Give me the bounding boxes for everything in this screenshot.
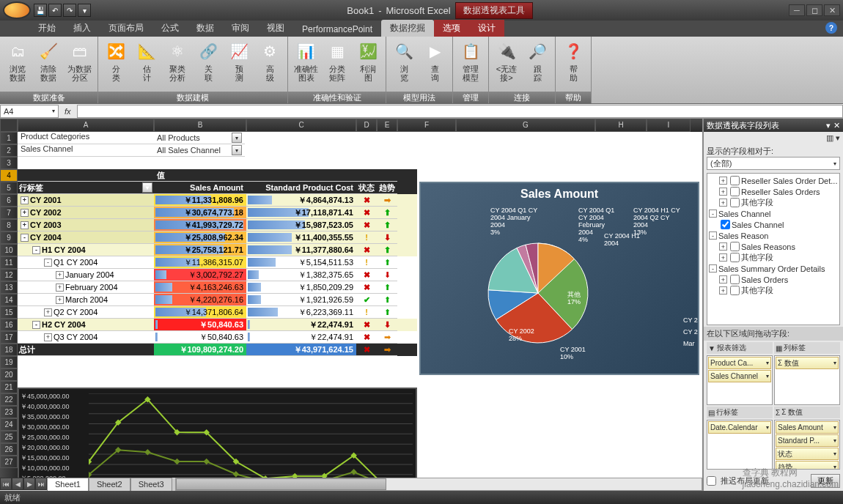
- qat-save[interactable]: 💾: [34, 4, 47, 17]
- field-checkbox[interactable]: [730, 187, 740, 196]
- field-checkbox[interactable]: [730, 275, 740, 284]
- tab-数据[interactable]: 数据: [188, 20, 223, 37]
- row-header-15[interactable]: 15: [0, 306, 18, 319]
- row-header-26[interactable]: 26: [0, 443, 18, 456]
- forecast[interactable]: 📈预 测: [224, 38, 254, 92]
- row-header-9[interactable]: 9: [0, 231, 18, 244]
- tree-expand-icon[interactable]: +: [719, 286, 727, 294]
- qat-redo[interactable]: ↷: [63, 4, 76, 17]
- class-matrix[interactable]: ▦分类 矩阵: [323, 38, 352, 92]
- restore-button[interactable]: ◻: [806, 4, 822, 16]
- accuracy-chart[interactable]: 📊准确性 图表: [291, 38, 321, 92]
- pivot-row[interactable]: +March 2004 ￥4,220,276.16 ￥1,921,926.59 …: [18, 294, 417, 306]
- area-item[interactable]: Standard P...▾: [776, 434, 839, 447]
- select-all-corner[interactable]: [0, 119, 18, 132]
- area-item[interactable]: Product Ca...▾: [708, 357, 771, 369]
- col-header-C[interactable]: C: [246, 119, 356, 132]
- horizontal-scrollbar[interactable]: [175, 478, 702, 491]
- row-labels-dropdown[interactable]: ▾: [142, 182, 152, 193]
- no-connection[interactable]: 🔌<无连 接>: [492, 38, 521, 92]
- col-header-I[interactable]: I: [647, 119, 691, 132]
- line-marker[interactable]: [233, 471, 240, 478]
- area-item[interactable]: 状态▾: [776, 448, 839, 460]
- tree-expand-icon[interactable]: +: [719, 188, 727, 196]
- tab-审阅[interactable]: 审阅: [223, 20, 258, 37]
- office-button[interactable]: [3, 1, 31, 19]
- row-header-2[interactable]: 2: [0, 144, 18, 157]
- sheet-nav-first[interactable]: ⏮: [0, 478, 12, 490]
- pivot-row[interactable]: +CY 2003 ￥41,993,729.72 ￥15,987,523.05 ✖…: [18, 219, 417, 231]
- browse-data[interactable]: 🗂浏览 数据: [3, 38, 32, 92]
- clean-data[interactable]: 🧹清除 数据: [34, 38, 63, 92]
- minimize-button[interactable]: ─: [789, 4, 805, 16]
- area-item[interactable]: Sales Amount▾: [776, 421, 839, 434]
- field-checkbox[interactable]: [730, 242, 740, 251]
- row-header-14[interactable]: 14: [0, 294, 18, 306]
- filter-value[interactable]: All Sales Channel▾: [154, 144, 245, 156]
- close-button[interactable]: ✕: [824, 4, 840, 16]
- field-checkbox[interactable]: [730, 176, 740, 185]
- help-icon[interactable]: ?: [825, 22, 837, 34]
- row-header-12[interactable]: 12: [0, 269, 18, 281]
- line-marker[interactable]: [203, 459, 210, 465]
- row-header-10[interactable]: 10: [0, 244, 18, 256]
- row-header-3[interactable]: 3: [0, 157, 18, 169]
- pivot-row[interactable]: +Q3 CY 2004 ￥50,840.63 ￥22,474.91 ✖➡: [18, 331, 417, 344]
- tab-PerformancePoint[interactable]: PerformancePoint: [293, 22, 381, 37]
- tree-expand-icon[interactable]: -: [709, 210, 717, 218]
- tab-设计[interactable]: 设计: [469, 20, 504, 37]
- tab-开始[interactable]: 开始: [29, 20, 65, 37]
- pivot-row[interactable]: +January 2004 ￥3,002,792.27 ￥1,382,375.6…: [18, 269, 417, 281]
- row-header-16[interactable]: 16: [0, 319, 18, 331]
- expand-icon[interactable]: +: [44, 333, 52, 341]
- col-header-E[interactable]: E: [377, 119, 397, 132]
- field-tree-item[interactable]: +Reseller Sales Orders: [709, 186, 838, 197]
- row-header-24[interactable]: 24: [0, 418, 18, 431]
- tab-视图[interactable]: 视图: [258, 20, 293, 37]
- tab-页面布局[interactable]: 页面布局: [100, 20, 152, 37]
- field-tree-item[interactable]: -Sales Channel: [709, 208, 838, 219]
- associate[interactable]: 🔗关 联: [194, 38, 223, 92]
- row-header-5[interactable]: 5: [0, 182, 18, 194]
- tab-公式[interactable]: 公式: [152, 20, 188, 37]
- pie-chart[interactable]: Sales Amount CY 200338%CY 200228%CY 2001…: [419, 182, 699, 375]
- defer-layout-checkbox[interactable]: [707, 476, 716, 486]
- row-header-4[interactable]: 4: [0, 169, 18, 182]
- area-item[interactable]: Date.Calendar▾: [708, 421, 771, 434]
- tree-expand-icon[interactable]: +: [719, 177, 727, 185]
- sheet-tab-Sheet2[interactable]: Sheet2: [89, 478, 130, 491]
- col-header-D[interactable]: D: [356, 119, 377, 132]
- sheet-tab-Sheet3[interactable]: Sheet3: [130, 478, 172, 491]
- field-tree-item[interactable]: +其他字段: [709, 197, 838, 208]
- area-item[interactable]: Sales Channel▾: [708, 370, 771, 382]
- field-checkbox[interactable]: [721, 220, 730, 229]
- qat-dropdown[interactable]: ▾: [78, 4, 91, 17]
- field-tree-item[interactable]: +其他字段: [709, 285, 838, 296]
- expand-icon[interactable]: -: [32, 246, 40, 254]
- query[interactable]: ▶查 询: [420, 38, 449, 92]
- help[interactable]: ❓帮 助: [559, 38, 588, 92]
- col-header-B[interactable]: B: [154, 119, 246, 132]
- col-header-F[interactable]: F: [397, 119, 456, 132]
- pivot-row[interactable]: -Q1 CY 2004 ￥11,386,315.07 ￥5,154,511.53…: [18, 256, 417, 269]
- pivot-row[interactable]: +CY 2001 ￥11,331,808.96 ￥4,864,874.13 ✖➡: [18, 194, 417, 207]
- expand-icon[interactable]: +: [21, 221, 29, 229]
- browse[interactable]: 🔍浏 览: [389, 38, 419, 92]
- formula-input[interactable]: [77, 105, 843, 118]
- sheet-nav-next[interactable]: ▶: [23, 478, 35, 490]
- filter-dropdown-icon[interactable]: ▾: [232, 145, 242, 155]
- expand-icon[interactable]: -: [21, 234, 29, 242]
- name-box[interactable]: A4▾: [0, 105, 59, 118]
- area-item[interactable]: 趋势▾: [776, 461, 839, 470]
- expand-icon[interactable]: +: [44, 308, 52, 316]
- tab-插入[interactable]: 插入: [65, 20, 100, 37]
- expand-icon[interactable]: +: [56, 296, 64, 304]
- field-checkbox[interactable]: [730, 286, 740, 295]
- row-header-13[interactable]: 13: [0, 281, 18, 294]
- expand-icon[interactable]: +: [21, 209, 29, 217]
- tab-数据挖掘[interactable]: 数据挖掘: [381, 20, 434, 37]
- col-header-A[interactable]: A: [18, 119, 154, 132]
- pivot-row[interactable]: +CY 2002 ￥30,674,773.18 ￥17,118,871.41 ✖…: [18, 207, 417, 219]
- field-tree-item[interactable]: +Sales Orders: [709, 274, 838, 285]
- field-tree-item[interactable]: -Sales Reason: [709, 230, 838, 241]
